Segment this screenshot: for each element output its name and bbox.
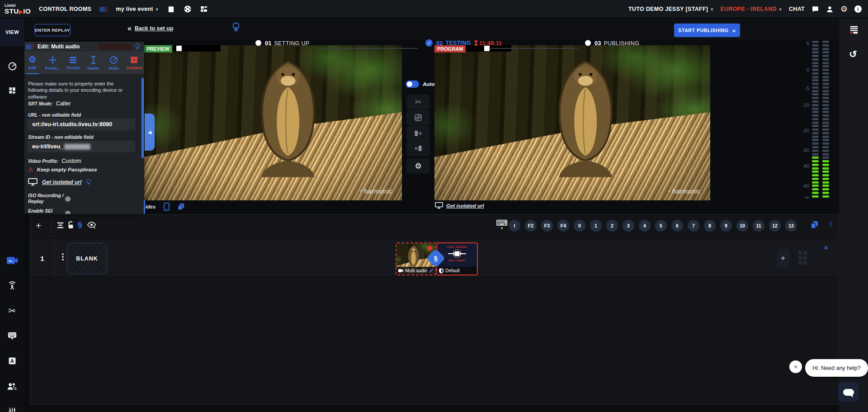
tab-name[interactable]: Name bbox=[83, 52, 104, 74]
lightbulb-icon[interactable] bbox=[86, 179, 91, 186]
hotkey-button[interactable]: F4 bbox=[557, 220, 569, 232]
undo-icon[interactable]: ↺ bbox=[849, 49, 857, 60]
hotkey-button[interactable]: 13 bbox=[785, 220, 797, 232]
control-rooms-link[interactable]: CONTROL ROOMS bbox=[39, 6, 91, 12]
multi-audio-label: Multi audio bbox=[396, 267, 435, 275]
user-menu[interactable]: TUTO DEMO JESSY [STAFF]▼ bbox=[628, 6, 714, 12]
srt-mode-value: Caller bbox=[56, 100, 71, 107]
program-isolated-url[interactable]: Get isolated url bbox=[435, 202, 484, 209]
chat-link[interactable]: CHAT bbox=[789, 6, 805, 12]
blank-card[interactable]: BLANK bbox=[67, 243, 107, 274]
chat-help-message[interactable]: Hi. Need any help? bbox=[805, 359, 868, 377]
back-to-setup-link[interactable]: « Back to set up bbox=[127, 24, 173, 33]
hotkey-button[interactable]: 4 bbox=[639, 220, 651, 232]
hotkeys-keyboard-icon[interactable]: ⌨ ▼ bbox=[496, 219, 508, 230]
panel-scrollbar[interactable] bbox=[142, 78, 144, 158]
svg-text:⚙: ⚙ bbox=[14, 387, 17, 391]
stream-id-field[interactable]: eu-irl/liveu_ bbox=[28, 141, 135, 152]
playlist-panel-icon[interactable] bbox=[849, 25, 859, 35]
tab-position[interactable]: Positi... bbox=[42, 52, 63, 74]
svg-text:A: A bbox=[10, 358, 14, 364]
tab-edit[interactable]: ⚙ Edit bbox=[22, 52, 42, 74]
pencil-icon[interactable] bbox=[429, 269, 433, 273]
tab-tracks[interactable]: Tracks bbox=[63, 52, 83, 74]
scissors-icon[interactable]: ✂ bbox=[0, 303, 24, 319]
broadcast-icon[interactable] bbox=[0, 277, 24, 294]
cut-button[interactable]: ✂ bbox=[406, 94, 430, 109]
chat-dismiss-button[interactable]: × bbox=[789, 360, 802, 373]
liveu-studio-logo: LiveU STU▶IO bbox=[5, 4, 31, 14]
close-row-icon[interactable]: × bbox=[824, 244, 828, 251]
hotkey-button[interactable]: 5 bbox=[655, 220, 667, 232]
fade-transition-button[interactable] bbox=[406, 110, 430, 125]
sei-timecode-label: Enable SEI timecode bbox=[28, 208, 68, 214]
lightbulb-icon[interactable] bbox=[231, 22, 241, 33]
hotkey-button[interactable]: 0 bbox=[574, 220, 585, 232]
layout-grid-icon[interactable] bbox=[200, 5, 208, 13]
add-row-icon[interactable]: + bbox=[36, 221, 41, 230]
grid-handle-icon[interactable] bbox=[798, 251, 807, 265]
graphics-overlay-icon[interactable]: A bbox=[0, 353, 24, 369]
user-icon[interactable] bbox=[826, 5, 834, 13]
preview-links-text[interactable]: ides bbox=[146, 204, 156, 209]
lightbulb-icon[interactable] bbox=[135, 43, 141, 51]
auto-toggle[interactable] bbox=[406, 81, 419, 88]
edit-panel-header: Edit: Multi audio bbox=[22, 42, 144, 52]
stats-gauge-icon[interactable] bbox=[0, 58, 24, 74]
chat-bubble-icon[interactable] bbox=[811, 5, 819, 13]
hotkey-button[interactable]: 7 bbox=[688, 220, 699, 232]
align-icon[interactable] bbox=[57, 222, 64, 229]
gear-icon[interactable]: ⚙ bbox=[840, 5, 848, 13]
preview-monitor[interactable]: PREVIEW harmonic bbox=[144, 45, 402, 200]
chevrons-right-icon: » bbox=[732, 27, 736, 34]
calendar-icon[interactable] bbox=[167, 5, 175, 13]
preview-eye-icon[interactable] bbox=[87, 221, 96, 229]
guests-icon[interactable]: ⚙ bbox=[0, 378, 24, 394]
hotkey-button[interactable]: 3 bbox=[623, 220, 634, 232]
link-icon[interactable]: § bbox=[78, 221, 82, 230]
hotkey-button[interactable]: 6 bbox=[671, 220, 683, 232]
enter-replay-button[interactable]: ENTER REPLAY bbox=[34, 24, 71, 36]
liveu-mini-logo bbox=[99, 7, 108, 12]
start-publishing-button[interactable]: START PUBLISHING » bbox=[674, 24, 740, 37]
hotkey-button[interactable]: 8 bbox=[704, 220, 716, 232]
hotkey-button[interactable]: 12 bbox=[769, 220, 781, 232]
mobile-phone-icon[interactable] bbox=[164, 203, 170, 211]
caption-keyboard-icon[interactable] bbox=[0, 328, 24, 344]
get-isolated-url-link[interactable]: Get isolated url bbox=[42, 179, 81, 185]
hotkey-button[interactable]: 1 bbox=[590, 220, 602, 232]
push-right-transition-button[interactable] bbox=[406, 126, 430, 141]
duplicate-icon[interactable] bbox=[811, 221, 818, 229]
hotkey-button[interactable]: I bbox=[509, 220, 520, 232]
event-name-dropdown[interactable]: my live event▼ bbox=[116, 6, 159, 12]
info-icon[interactable]: i bbox=[854, 5, 862, 13]
hotkey-button[interactable]: 9 bbox=[720, 220, 732, 232]
copy-icon[interactable] bbox=[178, 203, 184, 210]
warning-icon: ⚠ bbox=[28, 166, 33, 173]
stream-id-label: Stream ID - non editable field bbox=[28, 134, 94, 140]
push-left-transition-button[interactable] bbox=[406, 141, 430, 156]
hotkey-button[interactable]: 10 bbox=[736, 220, 748, 232]
hotkey-button[interactable]: F2 bbox=[525, 220, 537, 232]
audio-mixer-icon[interactable] bbox=[0, 403, 24, 412]
dashboard-icon[interactable] bbox=[0, 82, 24, 99]
region-menu[interactable]: EUROPE - IRELAND▼ bbox=[721, 6, 783, 12]
video-sources-icon[interactable] bbox=[0, 252, 24, 269]
transition-settings-button[interactable]: ⚙ bbox=[406, 158, 430, 174]
tab-stats[interactable]: Stats bbox=[104, 52, 124, 74]
film-reel-icon[interactable] bbox=[184, 5, 192, 13]
program-monitor[interactable]: PROGRAM harmonic bbox=[434, 45, 710, 200]
collapse-panel-handle[interactable]: ◀ bbox=[145, 114, 155, 151]
url-field[interactable]: srt://eu-irl.studio.liveu.tv:8080 bbox=[28, 118, 135, 130]
step-connector bbox=[490, 48, 578, 49]
lock-icon[interactable] bbox=[67, 221, 74, 229]
hotkey-button[interactable]: 2 bbox=[606, 220, 618, 232]
hotkey-button[interactable]: F3 bbox=[541, 220, 553, 232]
add-item-button[interactable]: + bbox=[777, 249, 789, 268]
hotkey-button[interactable]: 11 bbox=[753, 220, 764, 232]
chat-launcher-button[interactable] bbox=[838, 382, 859, 402]
tab-archive[interactable]: Archive bbox=[124, 52, 144, 74]
preview-links: ides bbox=[146, 203, 184, 211]
row-menu-icon[interactable] bbox=[62, 252, 64, 261]
expand-vertical-icon[interactable]: ↕ bbox=[829, 220, 833, 229]
